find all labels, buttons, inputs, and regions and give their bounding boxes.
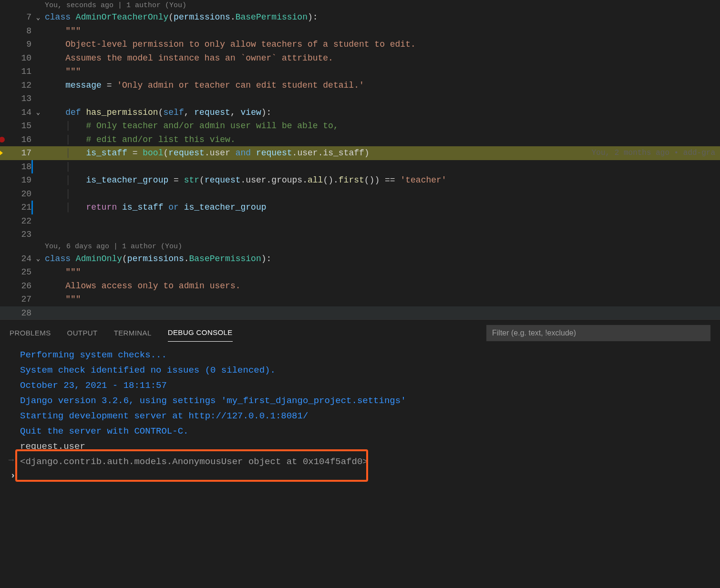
fold-icon[interactable]: ⌄ (31, 13, 45, 21)
execution-pointer-icon (0, 149, 3, 157)
line-number: 7 (5, 12, 31, 22)
repl-input-arrow-icon: → (7, 452, 16, 467)
line-number: 16 (5, 135, 31, 144)
breakpoint-icon[interactable] (0, 137, 5, 142)
code-line[interactable]: 9 Object-level permission to only allow … (0, 38, 720, 51)
line-number: 24 (5, 254, 31, 264)
panel-tabbar: PROBLEMS OUTPUT TERMINAL DEBUG CONSOLE (0, 320, 720, 342)
line-number: 15 (5, 121, 31, 131)
console-line: Quit the server with CONTROL-C. (20, 424, 709, 439)
line-number: 18 (5, 162, 31, 172)
line-number: 20 (5, 189, 31, 199)
code-line[interactable]: 23 (0, 228, 720, 242)
codelens-annotation[interactable]: You, seconds ago | 1 author (You) (0, 0, 720, 10)
line-number: 21 (5, 203, 31, 212)
code-line[interactable]: 27 """ (0, 293, 720, 306)
console-line: Performing system checks... (20, 347, 709, 363)
bottom-panel: PROBLEMS OUTPUT TERMINAL DEBUG CONSOLE P… (0, 319, 720, 586)
console-repl-output: <django.contrib.auth.models.AnonymousUse… (20, 454, 709, 469)
debug-console-output[interactable]: Performing system checks... System check… (0, 342, 720, 475)
code-line[interactable]: 22 (0, 214, 720, 228)
console-line: Starting development server at http://12… (20, 408, 709, 424)
fold-icon[interactable]: ⌄ (31, 108, 45, 116)
code-line[interactable]: 16 │ # edit and/or list this view. (0, 133, 720, 147)
line-number: 23 (5, 230, 31, 239)
code-line[interactable]: 10 Assumes the model instance has an `ow… (0, 51, 720, 65)
line-number: 25 (5, 267, 31, 277)
code-line[interactable]: 20 │ (0, 187, 720, 201)
code-line[interactable]: 14 ⌄ def has_permission(self, request, v… (0, 106, 720, 120)
code-line-current[interactable]: 17 │ is_staff = bool(request.user and re… (0, 146, 720, 160)
gutter-modified-icon (31, 160, 33, 174)
line-number: 17 (5, 148, 31, 158)
line-number: 28 (5, 308, 31, 318)
code-line[interactable]: 26 Allows access only to admin users. (0, 279, 720, 293)
line-number: 27 (5, 294, 31, 304)
line-number: 19 (5, 175, 31, 185)
console-line: System check identified no issues (0 sil… (20, 363, 709, 378)
tab-output[interactable]: OUTPUT (67, 325, 98, 342)
code-line[interactable]: 13 (0, 92, 720, 106)
code-line[interactable]: 18 │ (0, 160, 720, 174)
repl-prompt-icon: › (11, 467, 14, 483)
tab-terminal[interactable]: TERMINAL (114, 325, 152, 342)
line-number: 8 (5, 26, 31, 36)
code-line[interactable]: 19 │ is_teacher_group = str(request.user… (0, 173, 720, 187)
line-number: 14 (5, 108, 31, 117)
code-line[interactable]: 12 message = 'Only admin or teacher can … (0, 79, 720, 92)
line-number: 13 (5, 94, 31, 103)
fold-icon[interactable]: ⌄ (31, 254, 45, 263)
code-line[interactable]: 15 │ # Only teacher and/or admin user wi… (0, 119, 720, 133)
gutter-modified-icon (31, 201, 33, 214)
code-line[interactable]: 8 """ (0, 24, 720, 38)
tab-problems[interactable]: PROBLEMS (10, 325, 51, 342)
code-line[interactable]: 28 (0, 306, 720, 320)
code-line[interactable]: 24 ⌄ class AdminOnly(permissions.BasePer… (0, 252, 720, 266)
console-repl-input: request.user (20, 439, 709, 454)
code-line[interactable]: 21 │ return is_staff or is_teacher_group (0, 201, 720, 214)
console-line: Django version 3.2.6, using settings 'my… (20, 393, 709, 408)
inline-blame: You, 2 months ago • add-gra (592, 149, 715, 157)
console-line: October 23, 2021 - 18:11:57 (20, 378, 709, 393)
codelens-annotation[interactable]: You, 6 days ago | 1 author (You) (0, 242, 720, 252)
line-number: 12 (5, 81, 31, 90)
line-number: 11 (5, 67, 31, 76)
line-number: 10 (5, 53, 31, 63)
line-number: 26 (5, 281, 31, 291)
code-line[interactable]: 25 """ (0, 265, 720, 279)
tab-debug-console[interactable]: DEBUG CONSOLE (168, 324, 233, 342)
line-number: 9 (5, 40, 31, 49)
code-line[interactable]: 7 ⌄ class AdminOrTeacherOnly(permissions… (0, 10, 720, 24)
code-line[interactable]: 11 """ (0, 65, 720, 79)
filter-input[interactable] (486, 325, 710, 341)
code-editor[interactable]: You, seconds ago | 1 author (You) 7 ⌄ cl… (0, 0, 720, 319)
line-number: 22 (5, 216, 31, 226)
